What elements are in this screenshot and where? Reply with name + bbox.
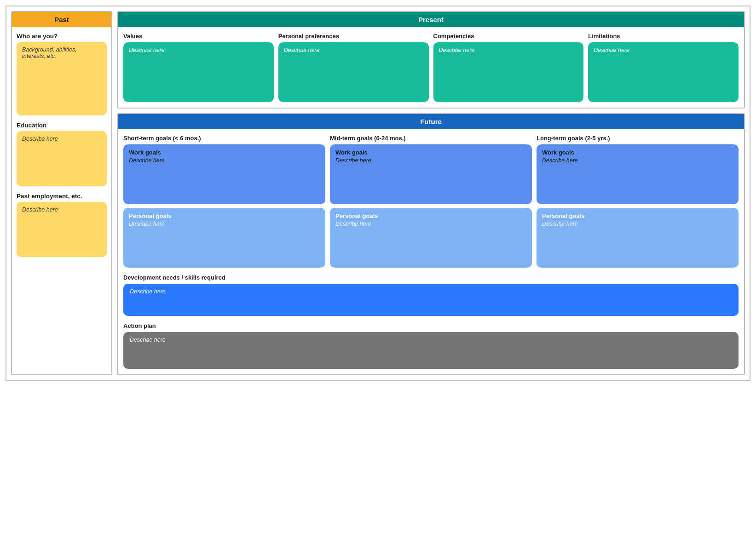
long-term-work-card[interactable]: Work goals Describe here (537, 144, 739, 204)
who-are-you-section: Who are you? Background, abilities, inte… (17, 33, 107, 115)
dev-needs-placeholder: Describe here (130, 288, 166, 295)
past-header: Past (12, 12, 111, 27)
future-body: Short-term goals (< 6 mos.) Work goals D… (118, 129, 744, 374)
who-are-you-label: Who are you? (17, 33, 107, 40)
mid-term-work-title: Work goals (335, 149, 526, 156)
long-term-work-desc: Describe here (542, 157, 733, 164)
action-plan-card[interactable]: Describe here (123, 332, 739, 369)
values-card[interactable]: Describe here (123, 42, 274, 102)
future-header: Future (118, 114, 744, 129)
long-term-label: Long-term goals (2-5 yrs.) (537, 135, 739, 142)
short-term-personal-card[interactable]: Personal goals Describe here (123, 208, 325, 268)
short-term-work-title: Work goals (129, 149, 320, 156)
mid-term-work-card[interactable]: Work goals Describe here (330, 144, 532, 204)
long-term-personal-title: Personal goals (542, 212, 733, 219)
mid-term-personal-desc: Describe here (335, 221, 526, 227)
preferences-col: Personal preferences Describe here (278, 33, 429, 102)
values-label: Values (123, 33, 274, 40)
long-term-work-title: Work goals (542, 149, 733, 156)
present-header: Present (118, 12, 744, 27)
right-column: Present Values Describe here Personal pr… (117, 11, 745, 375)
dev-needs-label: Development needs / skills required (123, 274, 739, 281)
competencies-card[interactable]: Describe here (433, 42, 584, 102)
competencies-placeholder: Describe here (439, 47, 475, 53)
future-section: Future Short-term goals (< 6 mos.) Work … (117, 113, 745, 375)
action-plan-placeholder: Describe here (130, 337, 166, 343)
long-term-personal-desc: Describe here (542, 221, 733, 227)
mid-term-personal-title: Personal goals (335, 212, 526, 219)
action-plan-section: Action plan Describe here (123, 322, 739, 369)
mid-term-label: Mid-term goals (6-24 mos.) (330, 135, 532, 142)
dev-needs-section: Development needs / skills required Desc… (123, 274, 739, 316)
education-card[interactable]: Describe here (17, 131, 107, 186)
main-wrapper: Past Who are you? Background, abilities,… (6, 6, 750, 381)
dev-needs-card[interactable]: Describe here (123, 284, 739, 316)
present-section: Present Values Describe here Personal pr… (117, 11, 745, 109)
values-col: Values Describe here (123, 33, 274, 102)
goals-row: Short-term goals (< 6 mos.) Work goals D… (123, 135, 739, 268)
long-term-personal-card[interactable]: Personal goals Describe here (537, 208, 739, 268)
values-placeholder: Describe here (129, 47, 165, 53)
competencies-label: Competencies (433, 33, 584, 40)
mid-term-work-desc: Describe here (335, 157, 526, 164)
competencies-col: Competencies Describe here (433, 33, 584, 102)
short-term-work-desc: Describe here (129, 157, 320, 164)
past-column: Past Who are you? Background, abilities,… (11, 11, 112, 375)
mid-term-personal-card[interactable]: Personal goals Describe here (330, 208, 532, 268)
limitations-col: Limitations Describe here (588, 33, 739, 102)
long-term-col: Long-term goals (2-5 yrs.) Work goals De… (537, 135, 739, 268)
limitations-label: Limitations (588, 33, 739, 40)
employment-card[interactable]: Describe here (17, 202, 107, 257)
preferences-card[interactable]: Describe here (278, 42, 429, 102)
preferences-label: Personal preferences (278, 33, 429, 40)
short-term-personal-title: Personal goals (129, 212, 320, 219)
education-placeholder: Describe here (22, 136, 58, 142)
who-are-you-card[interactable]: Background, abilities, interests, etc. (17, 42, 107, 115)
preferences-placeholder: Describe here (284, 47, 320, 53)
present-body: Values Describe here Personal preference… (118, 27, 744, 108)
short-term-label: Short-term goals (< 6 mos.) (123, 135, 325, 142)
limitations-card[interactable]: Describe here (588, 42, 739, 102)
education-label: Education (17, 122, 107, 129)
short-term-col: Short-term goals (< 6 mos.) Work goals D… (123, 135, 325, 268)
education-section: Education Describe here (17, 122, 107, 186)
mid-term-col: Mid-term goals (6-24 mos.) Work goals De… (330, 135, 532, 268)
short-term-personal-desc: Describe here (129, 221, 320, 227)
employment-section: Past employment, etc. Describe here (17, 193, 107, 257)
past-body: Who are you? Background, abilities, inte… (12, 27, 111, 263)
who-are-you-placeholder: Background, abilities, interests, etc. (22, 46, 77, 59)
employment-label: Past employment, etc. (17, 193, 107, 200)
limitations-placeholder: Describe here (594, 47, 629, 53)
short-term-work-card[interactable]: Work goals Describe here (123, 144, 325, 204)
action-plan-label: Action plan (123, 322, 739, 329)
employment-placeholder: Describe here (22, 206, 58, 213)
